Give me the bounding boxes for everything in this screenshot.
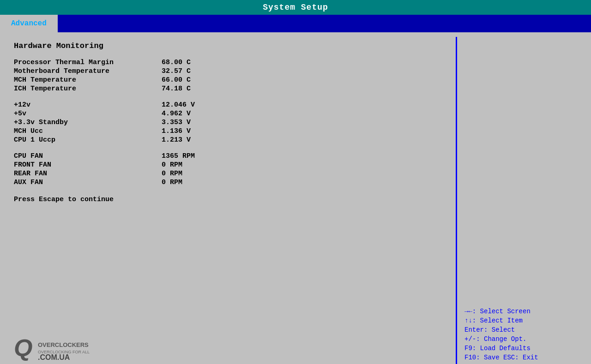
help-row-5: F10: Save ESC: Exit bbox=[464, 354, 584, 361]
fan-label-3: AUX FAN bbox=[14, 179, 162, 186]
logo-svg: Q OVERCLOCKERS OVERCLOCKING FOR ALL .COM… bbox=[14, 333, 162, 361]
help-action-0: Select Screen bbox=[480, 308, 531, 315]
title-bar: System Setup bbox=[0, 0, 591, 15]
volt-row-4: CPU 1 Uccp 1.213 V bbox=[14, 136, 442, 144]
tab-bar: Advanced bbox=[0, 15, 591, 32]
volt-value-0: 12.046 V bbox=[162, 101, 195, 109]
volt-label-3: MCH Ucc bbox=[14, 127, 162, 135]
right-panel: →←: Select Screen ↑↓: Select Item Enter:… bbox=[457, 32, 591, 364]
help-key-1: ↑↓: bbox=[464, 317, 480, 324]
temp-value-0: 68.00 C bbox=[162, 59, 191, 66]
help-row-2: Enter: Select bbox=[464, 326, 584, 334]
temp-label-3: ICH Temperature bbox=[14, 85, 162, 93]
help-action-2: Select bbox=[492, 326, 515, 334]
svg-text:.COM.UA: .COM.UA bbox=[38, 353, 70, 361]
help-row-4: F9: Load Defaults bbox=[464, 345, 584, 352]
logo-area: Q OVERCLOCKERS OVERCLOCKING FOR ALL .COM… bbox=[14, 333, 162, 363]
volt-row-2: +3.3v Standby 3.353 V bbox=[14, 119, 442, 126]
volt-value-1: 4.962 V bbox=[162, 110, 191, 118]
help-key-5: F10: bbox=[464, 354, 484, 361]
help-section: →←: Select Screen ↑↓: Select Item Enter:… bbox=[464, 308, 584, 363]
help-key-3: +/-: bbox=[464, 335, 484, 343]
volt-value-3: 1.136 V bbox=[162, 127, 191, 135]
press-escape-text: Press Escape to continue bbox=[14, 196, 442, 203]
fan-row-3: AUX FAN 0 RPM bbox=[14, 179, 442, 186]
temp-row-0: Processor Thermal Margin 68.00 C bbox=[14, 59, 442, 66]
title-text: System Setup bbox=[263, 3, 328, 12]
fan-row-0: CPU FAN 1365 RPM bbox=[14, 152, 442, 160]
temp-label-1: Motherboard Temperature bbox=[14, 67, 162, 75]
volt-value-2: 3.353 V bbox=[162, 119, 191, 126]
svg-text:OVERCLOCKERS: OVERCLOCKERS bbox=[38, 341, 89, 348]
fan-row-1: FRONT FAN 0 RPM bbox=[14, 161, 442, 169]
tab-advanced[interactable]: Advanced bbox=[0, 15, 58, 32]
fan-label-2: REAR FAN bbox=[14, 170, 162, 178]
help-row-0: →←: Select Screen bbox=[464, 308, 584, 315]
temp-label-2: MCH Temperature bbox=[14, 76, 162, 84]
help-action-1: Select Item bbox=[480, 317, 523, 324]
section-title: Hardware Monitoring bbox=[14, 42, 442, 50]
volt-label-4: CPU 1 Uccp bbox=[14, 136, 162, 144]
help-key-0: →←: bbox=[464, 308, 480, 315]
help-action-4: Load Defaults bbox=[480, 345, 531, 352]
help-key-2: Enter: bbox=[464, 326, 492, 334]
temp-value-2: 66.00 C bbox=[162, 76, 191, 84]
help-key-4: F9: bbox=[464, 345, 480, 352]
fan-label-0: CPU FAN bbox=[14, 152, 162, 160]
temp-label-0: Processor Thermal Margin bbox=[14, 59, 162, 66]
fan-value-0: 1365 RPM bbox=[162, 152, 195, 160]
help-row-3: +/-: Change Opt. bbox=[464, 335, 584, 343]
volt-value-4: 1.213 V bbox=[162, 136, 191, 144]
main-content: Hardware Monitoring Processor Thermal Ma… bbox=[0, 32, 591, 364]
help-action-5: Save ESC: Exit bbox=[484, 354, 538, 361]
help-row-1: ↑↓: Select Item bbox=[464, 317, 584, 324]
temp-row-3: ICH Temperature 74.18 C bbox=[14, 85, 442, 93]
temp-value-1: 32.57 C bbox=[162, 67, 191, 75]
svg-text:Q: Q bbox=[14, 334, 32, 361]
temp-value-3: 74.18 C bbox=[162, 85, 191, 93]
volt-row-3: MCH Ucc 1.136 V bbox=[14, 127, 442, 135]
fan-row-2: REAR FAN 0 RPM bbox=[14, 170, 442, 178]
fans-group: CPU FAN 1365 RPM FRONT FAN 0 RPM REAR FA… bbox=[14, 152, 442, 186]
fan-value-3: 0 RPM bbox=[162, 179, 182, 186]
help-action-3: Change Opt. bbox=[484, 335, 526, 343]
volt-label-1: +5v bbox=[14, 110, 162, 118]
volt-label-2: +3.3v Standby bbox=[14, 119, 162, 126]
volt-row-0: +12v 12.046 V bbox=[14, 101, 442, 109]
fan-value-2: 0 RPM bbox=[162, 170, 182, 178]
temp-row-1: Motherboard Temperature 32.57 C bbox=[14, 67, 442, 75]
temp-row-2: MCH Temperature 66.00 C bbox=[14, 76, 442, 84]
fan-label-1: FRONT FAN bbox=[14, 161, 162, 169]
left-panel: Hardware Monitoring Processor Thermal Ma… bbox=[0, 32, 456, 364]
fan-value-1: 0 RPM bbox=[162, 161, 182, 169]
volt-row-1: +5v 4.962 V bbox=[14, 110, 442, 118]
volt-label-0: +12v bbox=[14, 101, 162, 109]
temperatures-group: Processor Thermal Margin 68.00 C Motherb… bbox=[14, 59, 442, 93]
voltages-group: +12v 12.046 V +5v 4.962 V +3.3v Standby … bbox=[14, 101, 442, 144]
